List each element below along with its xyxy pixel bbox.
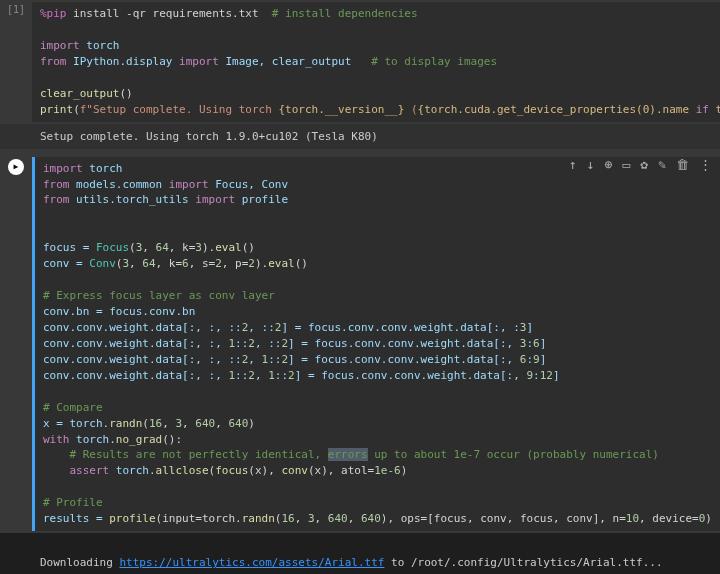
cell-toolbar: ↑ ↓ ⊕ ▭ ✿ ✎ 🗑 ⋮	[569, 157, 712, 172]
code-editor-2[interactable]: import torch from models.common import F…	[32, 157, 720, 532]
code-cell-2: ↑ ↓ ⊕ ▭ ✿ ✎ 🗑 ⋮ ▶ import torch from mode…	[0, 155, 720, 534]
code-editor-1[interactable]: %pip install -qr requirements.txt # inst…	[32, 2, 720, 122]
run-button-gutter: ▶	[0, 157, 32, 532]
cell-index: [1]	[0, 2, 32, 122]
move-down-icon[interactable]: ↓	[587, 157, 595, 172]
cell-2-output: Downloading https://ultralytics.com/asse…	[0, 533, 720, 574]
run-cell-button[interactable]: ▶	[8, 159, 24, 175]
more-icon[interactable]: ⋮	[699, 157, 712, 172]
download-link[interactable]: https://ultralytics.com/assets/Arial.ttf	[119, 556, 384, 569]
notebook: [1] %pip install -qr requirements.txt # …	[0, 0, 720, 574]
download-line: Downloading https://ultralytics.com/asse…	[40, 556, 663, 569]
comment-icon[interactable]: ▭	[623, 157, 631, 172]
delete-icon[interactable]: 🗑	[676, 157, 689, 172]
cell-1-output: Setup complete. Using torch 1.9.0+cu102 …	[0, 124, 720, 149]
code-cell-1: [1] %pip install -qr requirements.txt # …	[0, 0, 720, 124]
link-icon[interactable]: ⊕	[605, 157, 613, 172]
settings-icon[interactable]: ✿	[640, 157, 648, 172]
edit-icon[interactable]: ✎	[658, 157, 666, 172]
move-up-icon[interactable]: ↑	[569, 157, 577, 172]
